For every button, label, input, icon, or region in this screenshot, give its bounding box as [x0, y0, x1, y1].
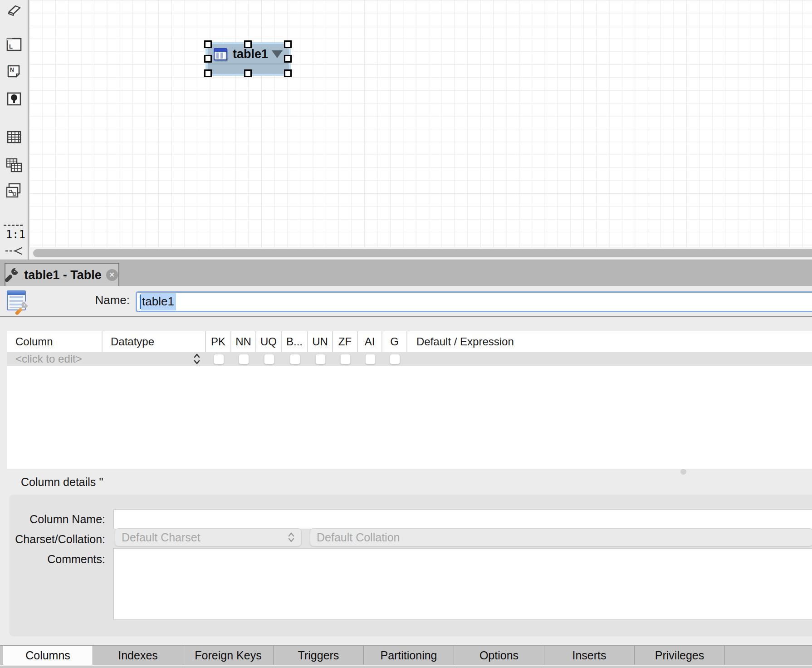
table-grid-icon: [6, 130, 22, 144]
hscrollbar-thumb[interactable]: [33, 249, 812, 257]
uq-cell: [256, 352, 282, 366]
tab-privileges[interactable]: Privileges: [635, 646, 725, 665]
tab-triggers[interactable]: Triggers: [274, 646, 364, 665]
tab-partitioning[interactable]: Partitioning: [364, 646, 454, 665]
header-column[interactable]: Column: [7, 331, 103, 352]
tabstrip-filler: [725, 646, 812, 665]
selection-handle-n[interactable]: [244, 40, 252, 48]
editor-section-tabs: Columns Indexes Foreign Keys Triggers Pa…: [0, 645, 812, 665]
header-zf[interactable]: ZF: [333, 331, 358, 352]
expand-triangle-icon[interactable]: [272, 50, 283, 58]
comments-label: Comments:: [0, 553, 105, 566]
nn-cell: [231, 352, 256, 366]
layer-icon: L: [6, 37, 22, 52]
header-nn[interactable]: NN: [231, 331, 256, 352]
palette-divider: [4, 225, 23, 226]
tab-columns[interactable]: Columns: [3, 646, 93, 665]
tab-foreign-keys[interactable]: Foreign Keys: [183, 646, 274, 665]
svg-text:N: N: [10, 67, 14, 73]
relationship-tool-button[interactable]: [5, 245, 23, 257]
mysql-workbench-window: table1: [0, 0, 812, 668]
splitter-grip-dot[interactable]: [680, 469, 686, 475]
table-icon: [214, 48, 227, 60]
default-expression-cell[interactable]: [407, 352, 812, 366]
header-default-expression[interactable]: Default / Expression: [407, 331, 812, 352]
pk-cell: [206, 352, 231, 366]
selection-handle-ne[interactable]: [284, 40, 292, 48]
diagram-tool-palette: L N: [0, 0, 29, 260]
image-icon: [6, 92, 22, 106]
header-pk[interactable]: PK: [206, 331, 231, 352]
pk-checkbox[interactable]: [214, 354, 224, 364]
table-tool-button[interactable]: [5, 128, 23, 146]
column-name-label: Column Name:: [0, 513, 105, 526]
editor-tab-table1[interactable]: table1 - Table ✕: [5, 263, 119, 286]
editor-tab-title: table1 - Table: [24, 268, 102, 282]
table-name-row: Name: table1: [0, 286, 812, 317]
selection-handle-se[interactable]: [284, 69, 292, 77]
column-details-title: Column details '': [21, 476, 103, 489]
eer-diagram-canvas[interactable]: table1: [29, 0, 812, 247]
new-column-datatype-cell[interactable]: [103, 352, 206, 366]
un-cell: [308, 352, 333, 366]
image-tool-button[interactable]: [5, 90, 23, 108]
new-column-name-cell[interactable]: <click to edit>: [7, 352, 103, 366]
uq-checkbox[interactable]: [264, 354, 274, 364]
column-name-input[interactable]: [113, 509, 812, 529]
selection-handle-sw[interactable]: [204, 69, 212, 77]
collation-dropdown-value: Default Collation: [317, 531, 400, 544]
window-bottom-strip: [0, 666, 812, 668]
selection-handle-w[interactable]: [204, 55, 212, 63]
header-binary[interactable]: B...: [282, 331, 308, 352]
tab-indexes[interactable]: Indexes: [93, 646, 183, 665]
name-field-label: Name:: [54, 293, 130, 307]
header-un[interactable]: UN: [308, 331, 333, 352]
view-icon: [5, 157, 23, 173]
note-icon: N: [6, 64, 22, 79]
eraser-tool-button[interactable]: [5, 1, 23, 19]
datatype-stepper-icon[interactable]: [193, 353, 201, 365]
nn-checkbox[interactable]: [239, 354, 249, 364]
view-tool-button[interactable]: [5, 156, 23, 174]
tab-close-button[interactable]: ✕: [106, 269, 118, 281]
selection-handle-nw[interactable]: [204, 40, 212, 48]
columns-grid: Column Datatype PK NN UQ B... UN ZF AI G…: [7, 331, 812, 469]
wrench-icon: [6, 268, 20, 282]
tab-inserts[interactable]: Inserts: [544, 646, 635, 665]
zf-checkbox[interactable]: [340, 354, 351, 364]
diagram-table-title: table1: [233, 47, 272, 61]
new-column-row[interactable]: <click to edit>: [7, 352, 812, 366]
note-tool-button[interactable]: N: [5, 63, 23, 81]
zoom-ratio-label[interactable]: 1:1: [0, 228, 25, 241]
editor-tabbar: table1 - Table ✕: [0, 260, 812, 286]
charset-dropdown-value: Default Charset: [122, 531, 201, 544]
g-checkbox[interactable]: [390, 354, 400, 364]
binary-checkbox[interactable]: [290, 354, 300, 364]
header-ai[interactable]: AI: [358, 331, 382, 352]
svg-text:L: L: [9, 43, 13, 50]
selected-text: table1: [141, 293, 176, 310]
charset-dropdown[interactable]: Default Charset: [115, 528, 302, 546]
header-datatype[interactable]: Datatype: [103, 331, 206, 352]
collation-dropdown[interactable]: Default Collation: [310, 528, 812, 546]
routine-group-tool-button[interactable]: [5, 182, 23, 200]
un-checkbox[interactable]: [315, 354, 326, 364]
relationship-icon: [5, 246, 23, 256]
selection-handle-s[interactable]: [244, 69, 252, 77]
header-uq[interactable]: UQ: [256, 331, 282, 352]
ai-cell: [358, 352, 382, 366]
canvas-hscrollbar[interactable]: [29, 247, 812, 260]
table-name-input[interactable]: table1: [136, 291, 812, 312]
wrench-overlay-icon: [16, 302, 29, 315]
g-cell: [382, 352, 407, 366]
columns-grid-header: Column Datatype PK NN UQ B... UN ZF AI G…: [7, 331, 812, 352]
ai-checkbox[interactable]: [365, 354, 376, 364]
click-to-edit-placeholder[interactable]: <click to edit>: [7, 353, 82, 365]
selection-handle-e[interactable]: [284, 55, 292, 63]
layer-tool-button[interactable]: L: [5, 35, 23, 54]
tab-options[interactable]: Options: [454, 646, 544, 665]
header-g[interactable]: G: [382, 331, 407, 352]
section-divider: [0, 316, 812, 317]
zf-cell: [333, 352, 358, 366]
comments-textarea[interactable]: [113, 548, 812, 620]
